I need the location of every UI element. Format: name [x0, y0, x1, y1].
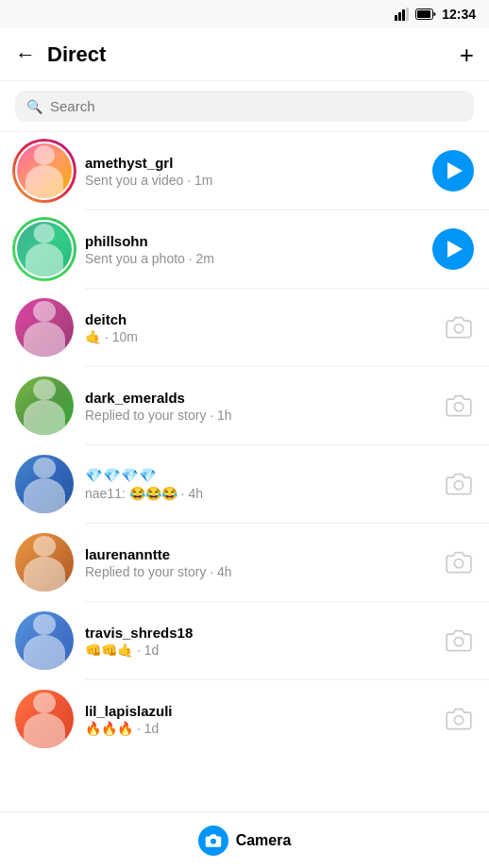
- username: 💎💎💎💎: [85, 467, 434, 484]
- svg-point-7: [454, 403, 463, 411]
- avatar: [15, 376, 74, 435]
- username: dark_emeralds: [85, 390, 434, 406]
- bottom-navigation: Camera: [0, 811, 489, 868]
- avatar: [15, 142, 74, 200]
- avatar: [15, 298, 74, 357]
- username: phillsohn: [85, 233, 423, 249]
- list-item[interactable]: travis_shreds18 👊👊🤙 · 1d: [0, 602, 489, 679]
- back-button[interactable]: ←: [15, 42, 36, 67]
- play-button[interactable]: [432, 228, 474, 270]
- avatar: [15, 220, 74, 278]
- username: deitch: [85, 311, 434, 327]
- signal-icon: [395, 8, 410, 21]
- camera-button[interactable]: [444, 547, 474, 577]
- avatar: [15, 611, 74, 670]
- camera-button[interactable]: [444, 391, 474, 421]
- username: travis_shreds18: [85, 625, 434, 641]
- svg-point-11: [454, 716, 463, 725]
- list-item[interactable]: dark_emeralds Replied to your story · 1h: [0, 367, 489, 444]
- preview-text: 🤙 · 10m: [85, 329, 434, 344]
- preview-text: Replied to your story · 1h: [85, 408, 434, 423]
- camera-button[interactable]: [444, 469, 474, 499]
- preview-text: 👊👊🤙 · 1d: [85, 643, 434, 658]
- svg-point-12: [211, 838, 216, 843]
- search-icon: 🔍: [26, 99, 42, 114]
- camera-nav-label: Camera: [236, 832, 292, 849]
- camera-button[interactable]: [444, 312, 474, 342]
- username: laurenanntte: [85, 546, 434, 562]
- svg-rect-0: [395, 15, 397, 21]
- page-title: Direct: [47, 42, 460, 67]
- svg-rect-2: [402, 9, 405, 21]
- list-item[interactable]: amethyst_grl Sent you a video · 1m: [0, 132, 489, 209]
- header: ← Direct +: [0, 28, 489, 81]
- list-item[interactable]: lil_lapislazuli 🔥🔥🔥 · 1d: [0, 680, 489, 758]
- status-bar: 12:34: [0, 0, 489, 28]
- play-button[interactable]: [432, 150, 474, 192]
- camera-nav-button[interactable]: Camera: [198, 826, 292, 856]
- avatar: [15, 690, 74, 748]
- list-item[interactable]: phillsohn Sent you a photo · 2m: [0, 210, 489, 288]
- svg-point-6: [454, 325, 463, 333]
- preview-text: Sent you a photo · 2m: [85, 251, 423, 266]
- avatar: [15, 455, 74, 513]
- preview-text: nae11: 😂😂😂 · 4h: [85, 486, 434, 501]
- preview-text: 🔥🔥🔥 · 1d: [85, 721, 434, 736]
- avatar: [15, 533, 74, 592]
- search-wrapper[interactable]: 🔍: [15, 91, 474, 122]
- camera-button[interactable]: [444, 626, 474, 656]
- list-item[interactable]: deitch 🤙 · 10m: [0, 289, 489, 366]
- list-item[interactable]: 💎💎💎💎 nae11: 😂😂😂 · 4h: [0, 445, 489, 523]
- status-time: 12:34: [442, 7, 476, 22]
- preview-text: Sent you a video · 1m: [85, 173, 423, 188]
- list-item[interactable]: laurenanntte Replied to your story · 4h: [0, 524, 489, 601]
- svg-rect-1: [398, 12, 401, 21]
- svg-rect-3: [406, 8, 409, 21]
- username: amethyst_grl: [85, 155, 423, 171]
- conversation-list: amethyst_grl Sent you a video · 1m phill…: [0, 132, 489, 814]
- svg-rect-5: [417, 10, 430, 18]
- preview-text: Replied to your story · 4h: [85, 564, 434, 579]
- search-input[interactable]: [50, 98, 463, 114]
- add-button[interactable]: +: [460, 42, 474, 67]
- camera-button[interactable]: [444, 704, 474, 734]
- camera-nav-icon: [198, 826, 228, 856]
- svg-point-9: [454, 559, 463, 568]
- svg-point-10: [454, 638, 463, 646]
- search-bar: 🔍: [0, 81, 489, 132]
- svg-point-8: [454, 481, 463, 490]
- battery-icon: [415, 8, 436, 20]
- username: lil_lapislazuli: [85, 703, 434, 719]
